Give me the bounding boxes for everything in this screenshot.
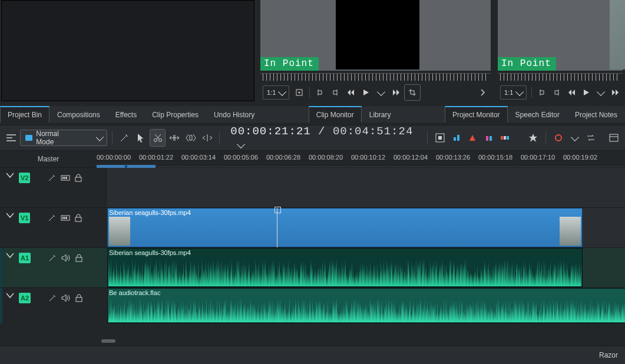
record-options-icon[interactable] <box>567 130 583 146</box>
svg-point-13 <box>555 135 561 141</box>
track-a1: A1 Siberian seagulls-30fps.mp4 <box>0 247 625 287</box>
set-in-icon[interactable] <box>534 85 549 100</box>
svg-rect-22 <box>64 217 65 219</box>
svg-rect-23 <box>66 217 67 219</box>
project-monitor-canvas[interactable]: In Point <box>498 0 623 71</box>
clip-zoom-select[interactable]: 1:1 <box>263 85 289 100</box>
collapse-icon[interactable] <box>6 173 14 178</box>
track-tag[interactable]: A1 <box>19 253 31 263</box>
effects-icon[interactable] <box>48 214 56 222</box>
favorite-icon[interactable] <box>526 130 541 146</box>
tab-project-bin[interactable]: Project Bin <box>0 106 49 123</box>
project-zoom-select[interactable]: 1:1 <box>500 85 527 100</box>
zone-in-icon[interactable] <box>292 85 307 100</box>
slip-tool-icon[interactable] <box>183 130 199 146</box>
video-clip[interactable]: Siberian seagulls-30fps.mp4 <box>107 208 583 247</box>
timecode-display[interactable]: 00:00:21:21 / 00:04:51:24 <box>230 125 416 151</box>
ruler-label: 00:00:06:28 <box>266 154 300 161</box>
timeline-toolbar: Normal Mode 00:00:21:21 / 00:04:51:24 <box>0 125 625 151</box>
set-out-icon[interactable] <box>549 85 564 100</box>
tab-project-monitor[interactable]: Project Monitor <box>445 106 508 123</box>
tab-library[interactable]: Library <box>362 107 399 123</box>
ruler-label: 00:00:01:22 <box>139 154 173 161</box>
play-options-icon[interactable] <box>373 85 389 100</box>
lock-icon[interactable] <box>75 254 82 262</box>
svg-rect-14 <box>610 134 618 141</box>
effects-icon[interactable] <box>48 254 57 262</box>
marker-blue-icon[interactable] <box>449 130 464 146</box>
hamburger-icon[interactable] <box>4 130 19 146</box>
tab-speech-editor[interactable]: Speech Editor <box>508 107 567 123</box>
in-point-badge: In Point <box>260 57 319 71</box>
visibility-icon[interactable] <box>61 214 70 222</box>
forward-icon[interactable] <box>389 85 404 100</box>
project-monitor-ruler[interactable] <box>498 72 623 82</box>
effects-icon[interactable] <box>48 174 56 182</box>
spacer-tool-icon[interactable] <box>167 130 182 146</box>
lock-icon[interactable] <box>75 214 82 222</box>
rewind-icon[interactable] <box>564 85 578 100</box>
mute-icon[interactable] <box>61 254 71 262</box>
play-options-icon[interactable] <box>593 85 608 100</box>
svg-rect-25 <box>76 257 82 262</box>
edit-mode-select[interactable]: Normal Mode <box>20 130 107 146</box>
clip-monitor-ruler[interactable] <box>260 72 491 82</box>
track-tag[interactable]: V2 <box>19 173 30 183</box>
timeline-ruler[interactable]: 00:00:00:0000:00:01:2200:00:03:1400:00:0… <box>97 150 625 167</box>
svg-rect-10 <box>501 136 503 140</box>
track-body[interactable]: Be audiotrack.flac <box>107 288 625 323</box>
track-body[interactable]: Siberian seagulls-30fps.mp4 <box>107 248 625 287</box>
ripple-tool-icon[interactable] <box>200 130 215 146</box>
track-body[interactable]: Siberian seagulls-30fps.mp4 <box>107 208 625 247</box>
status-bar: Razor <box>0 346 625 364</box>
collapse-icon[interactable] <box>6 213 14 219</box>
play-icon[interactable] <box>358 85 373 100</box>
tab-clip-monitor[interactable]: Clip Monitor <box>309 106 362 123</box>
audio-clip[interactable]: Be audiotrack.flac <box>107 288 625 323</box>
svg-rect-16 <box>62 177 64 179</box>
track-tag[interactable]: A2 <box>19 293 31 303</box>
marker-red-icon[interactable] <box>465 130 480 146</box>
visibility-icon[interactable] <box>61 174 70 182</box>
tab-clip-properties[interactable]: Clip Properties <box>144 107 206 123</box>
record-icon[interactable] <box>551 130 566 146</box>
marker-mix-icon[interactable] <box>498 130 513 146</box>
wand-icon[interactable] <box>117 130 133 146</box>
rewind-icon[interactable] <box>343 85 358 100</box>
ruler-label: 00:00:15:18 <box>478 154 512 161</box>
mix-icon[interactable] <box>432 130 448 146</box>
set-out-icon[interactable] <box>328 85 343 100</box>
track-tag[interactable]: V1 <box>19 213 30 223</box>
set-in-icon[interactable] <box>312 85 328 100</box>
collapse-icon[interactable] <box>6 293 14 299</box>
more-icon[interactable] <box>475 85 491 100</box>
project-monitor-panel: In Point 1:1 <box>495 0 625 104</box>
tab-compositions[interactable]: Compositions <box>49 107 108 123</box>
tab-project-notes[interactable]: Project Notes <box>567 107 625 123</box>
ruler-label: 00:00:19:02 <box>563 154 597 161</box>
layout-icon[interactable] <box>606 130 621 146</box>
audio-clip[interactable]: Siberian seagulls-30fps.mp4 <box>107 248 583 287</box>
track-body[interactable] <box>107 168 625 207</box>
loop-icon[interactable] <box>583 130 598 146</box>
collapse-icon[interactable] <box>6 253 14 259</box>
ruler-label: 00:00:13:26 <box>436 154 470 161</box>
tab-effects[interactable]: Effects <box>108 107 144 123</box>
effects-icon[interactable] <box>48 294 57 302</box>
ruler-label: 00:00:05:06 <box>224 154 258 161</box>
right-panel-tabs: Project MonitorSpeech EditorProject Note… <box>445 106 625 123</box>
lock-icon[interactable] <box>75 294 82 302</box>
master-label[interactable]: Master <box>0 151 97 167</box>
lock-icon[interactable] <box>75 174 82 182</box>
timeline-scrollbar[interactable] <box>97 338 625 344</box>
selection-tool-icon[interactable] <box>133 130 148 146</box>
crop-icon[interactable] <box>404 84 421 101</box>
mute-icon[interactable] <box>61 294 71 302</box>
tab-undo-history[interactable]: Undo History <box>206 107 262 123</box>
play-icon[interactable] <box>578 85 593 100</box>
project-bin-panel <box>0 0 256 104</box>
razor-tool-icon[interactable] <box>150 129 166 147</box>
clip-monitor-canvas[interactable]: In Point <box>260 0 491 71</box>
forward-icon[interactable] <box>608 85 623 100</box>
marker-pink-icon[interactable] <box>481 130 497 146</box>
